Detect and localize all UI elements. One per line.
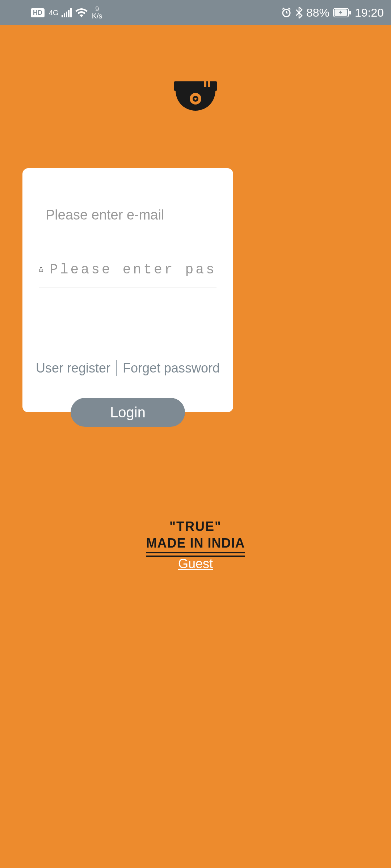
brand-area: "TRUE" MADE IN INDIA bbox=[0, 519, 391, 553]
svg-rect-3 bbox=[68, 10, 70, 17]
svg-line-8 bbox=[282, 8, 284, 9]
svg-rect-1 bbox=[64, 13, 65, 17]
password-row bbox=[39, 251, 216, 288]
wifi-icon bbox=[75, 8, 88, 17]
network-type: 4G bbox=[49, 9, 59, 17]
hd-badge: HD bbox=[31, 8, 45, 17]
signal-icon bbox=[62, 8, 72, 17]
bluetooth-icon bbox=[295, 7, 303, 18]
network-indicator: 4G bbox=[49, 8, 88, 17]
register-link[interactable]: User register bbox=[36, 361, 110, 376]
svg-rect-12 bbox=[349, 11, 351, 14]
battery-percent: 88% bbox=[306, 6, 329, 20]
links-row: User register Forget password bbox=[22, 360, 233, 376]
svg-rect-4 bbox=[70, 8, 72, 17]
status-right: 88% 19:20 bbox=[281, 6, 384, 20]
camera-icon bbox=[174, 81, 217, 114]
login-button[interactable]: Login bbox=[71, 398, 185, 427]
svg-rect-15 bbox=[208, 81, 210, 87]
speed-unit: K/s bbox=[92, 12, 102, 20]
password-input[interactable] bbox=[50, 262, 216, 277]
divider bbox=[116, 360, 117, 376]
status-left: HD 4G 9 K/s bbox=[31, 6, 102, 20]
lock-icon bbox=[39, 261, 43, 277]
speed-value: 9 bbox=[95, 6, 99, 12]
forget-password-link[interactable]: Forget password bbox=[123, 361, 220, 376]
battery-icon bbox=[333, 8, 351, 17]
data-speed: 9 K/s bbox=[92, 6, 102, 20]
svg-rect-0 bbox=[62, 15, 63, 17]
email-row bbox=[39, 197, 216, 233]
alarm-icon bbox=[281, 7, 292, 18]
app-logo bbox=[0, 81, 391, 114]
svg-rect-14 bbox=[204, 81, 206, 87]
status-bar: HD 4G 9 K/s bbox=[0, 0, 391, 25]
email-input[interactable] bbox=[46, 207, 217, 223]
login-card: User register Forget password Login bbox=[22, 168, 233, 412]
svg-rect-21 bbox=[41, 270, 41, 271]
svg-rect-2 bbox=[66, 12, 67, 17]
guest-link[interactable]: Guest bbox=[178, 556, 213, 571]
svg-rect-13 bbox=[174, 81, 217, 91]
svg-point-18 bbox=[194, 98, 197, 100]
brand-line1: "TRUE" bbox=[169, 519, 222, 534]
clock-time: 19:20 bbox=[355, 6, 384, 20]
brand-line2: MADE IN INDIA bbox=[146, 536, 245, 553]
svg-line-9 bbox=[289, 8, 290, 9]
